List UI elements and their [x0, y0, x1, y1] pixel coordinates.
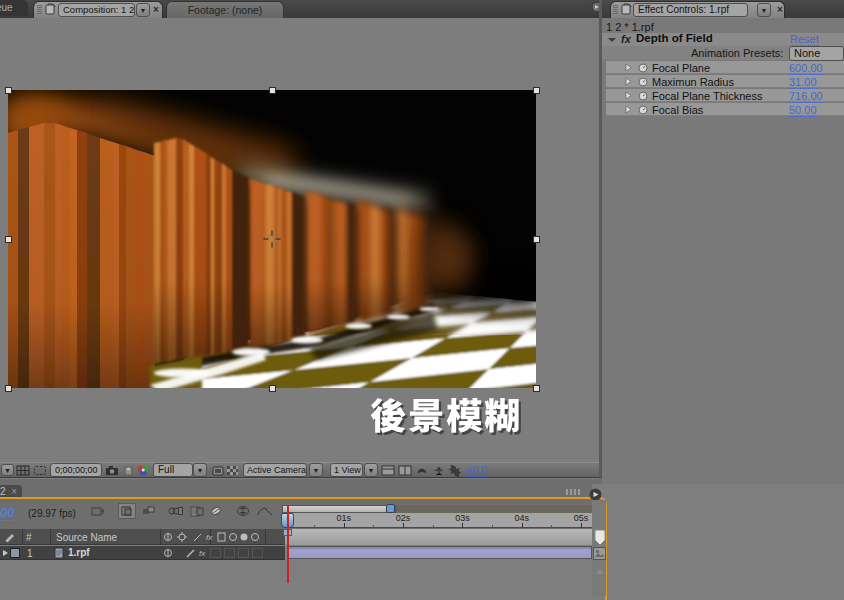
svg-text:fx: fx [199, 549, 206, 558]
svg-text:fx: fx [206, 533, 213, 542]
